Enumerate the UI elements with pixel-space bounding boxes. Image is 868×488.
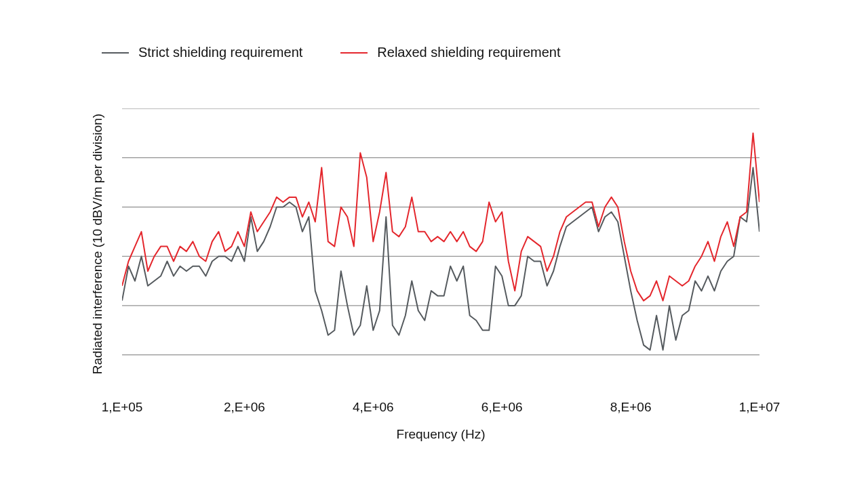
x-tick-label: 1,E+05 (102, 400, 143, 415)
legend-item-strict: Strict shielding requirement (102, 45, 302, 60)
plot-area (122, 108, 760, 380)
x-tick-label: 4,E+06 (353, 400, 394, 415)
x-tick-label: 1,E+07 (739, 400, 781, 415)
series-relaxed-line (122, 133, 760, 300)
series-strict-line (122, 167, 760, 350)
legend-swatch-relaxed (340, 52, 368, 54)
series-lines (122, 108, 760, 380)
legend-swatch-strict (102, 52, 129, 54)
x-tick-label: 6,E+06 (481, 400, 523, 415)
y-axis-label-container: Radiated interference (10 dBV/m per divi… (88, 108, 107, 380)
x-axis-ticks: 1,E+052,E+064,E+066,E+068,E+061,E+07 (122, 400, 760, 419)
legend: Strict shielding requirement Relaxed shi… (102, 45, 561, 60)
legend-label-strict: Strict shielding requirement (138, 45, 302, 60)
legend-label-relaxed: Relaxed shielding requirement (377, 45, 560, 60)
x-tick-label: 8,E+06 (610, 400, 652, 415)
x-tick-label: 2,E+06 (224, 400, 265, 415)
x-axis-label: Frequency (Hz) (122, 427, 760, 442)
legend-item-relaxed: Relaxed shielding requirement (340, 45, 560, 60)
y-axis-label: Radiated interference (10 dBV/m per divi… (90, 114, 105, 374)
